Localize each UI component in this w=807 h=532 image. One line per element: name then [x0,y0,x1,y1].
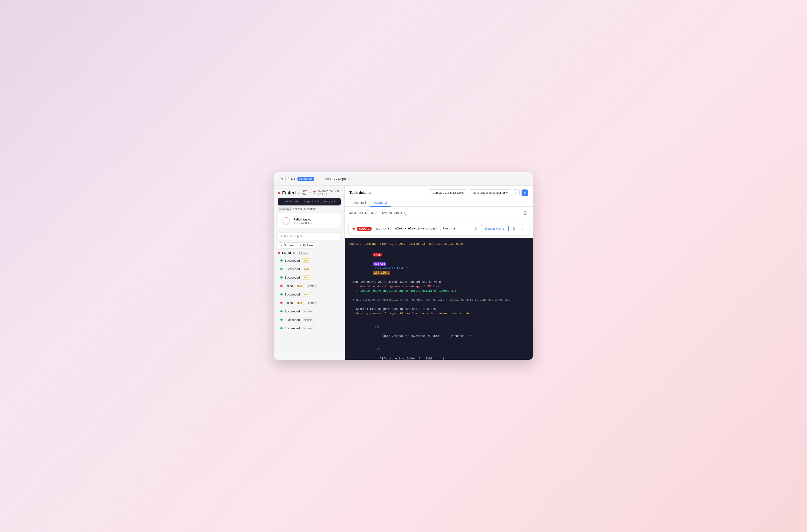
status-dot-failed [278,192,280,194]
tab-attempt-1[interactable]: Attempt 1 [350,199,370,207]
status-dot-succeeded [280,310,283,312]
breadcrumb-repo: Nx-OSS-Repo [325,177,346,181]
status-dot-failed [280,285,283,287]
modal-header-top: Task details Compare to similar tasks Ma… [350,189,528,196]
run-command-box: nx affected --targets=lint,test,build,e2… [278,198,341,206]
miss-tag: miss [302,275,311,280]
list-item[interactable]: Succeeded miss [278,290,341,298]
status-dot-succeeded [280,293,283,296]
list-item[interactable]: Succeeded miss [278,274,341,281]
output-line: FAIL e2e-web src/web-vite.test.ts 274.16… [350,248,528,280]
top-bar: ✎ / Nx Enterprise ⌄ / Nx-OSS-Repo ⌄ [274,172,533,186]
access-token-badge: read-write [278,207,292,211]
status-dot-succeeded [280,319,283,321]
fail-badge: FAIL [373,253,382,256]
miss-tag: miss [302,267,311,271]
modal-tabs: Attempt 1 Attempt 2 [350,199,528,206]
list-item[interactable]: Succeeded remote [278,307,341,315]
miss-tag: miss [295,301,304,305]
output-line [350,293,528,298]
run-command-text: nx affected --targets=lint,test,build,e2… [281,200,341,203]
app-container: ✎ / Nx Enterprise ⌄ / Nx-OSS-Repo ⌄ Fail… [274,172,533,360]
task-status-label: Succeeded [284,267,300,271]
list-item[interactable]: Failed miss 1 retry [278,299,341,307]
tab-failures-label: Failures [303,244,313,247]
attempt-meta: Jul 31, 2024 12:38:21 - 12:43:03 (4m 41s… [345,207,533,219]
download-button[interactable]: ⬇ [511,225,517,232]
task-status-label: Failed [284,301,293,305]
modal-actions: Compare to similar tasks Mark task as no… [429,189,528,196]
compare-similar-button[interactable]: Compare to similar tasks [429,189,467,196]
task-status-label: Succeeded [284,310,300,313]
output-line: ● Web Components Applications with bundl… [350,298,528,302]
run-duration: 38m 48s [302,189,308,196]
copy-cmd-button[interactable]: ⧉ [474,226,478,232]
donut-chart [281,216,290,226]
run-meta-icon-calendar: 📅 [313,191,317,194]
output-line [350,316,528,320]
remote-tag: remote [302,309,314,314]
app-logo-icon: ✎ [279,176,285,182]
code-badge: CODE: 1 [357,227,372,231]
output-line: ✕ should be able to generate a web app (… [350,284,528,289]
expand-button[interactable]: ⤡ [519,225,525,232]
dot-failed-cmd [353,228,355,230]
failed-tasks-count: 2 of 213 failed. [294,221,337,225]
tab-failures[interactable]: ✕ Failures [297,242,316,248]
task-group-stack-icon: ⊗ [293,251,296,255]
output-line: ✓ should remove previous output before b… [350,289,528,293]
explain-with-ai-button[interactable]: Explain with AI [481,225,509,232]
close-button[interactable]: ✕ [522,189,528,196]
task-status-label: Succeeded [284,276,300,279]
modal-title: Task details [350,191,371,195]
main-content: Failed ⏱ 38m 48s • 📅 07/31/2024 12:08 - … [274,186,533,360]
remote-tag: remote [302,326,314,330]
run-header: Failed ⏱ 38m 48s • 📅 07/31/2024 12:08 - … [278,189,341,211]
check-icon: ✓ [281,244,283,247]
status-dot-failed [280,302,283,304]
list-item[interactable]: Succeeded remote [278,324,341,332]
run-meta: ⏱ 38m 48s [298,189,308,196]
output-line: Web Components Applications with bundler… [350,280,528,284]
task-details-modal: Task details Compare to similar tasks Ma… [345,186,533,360]
command-bar: CODE: 1 miss nx run e2e-nx:e2e-ci--src/i… [349,222,529,235]
output-line [350,302,528,307]
output-line: 365 | opts.verbose ?? isVerboseE2ERun() … [350,320,528,343]
miss-badge: miss [374,227,380,230]
enterprise-badge: Enterprise [298,177,314,181]
list-item[interactable]: Succeeded miss [278,257,341,264]
output-line: warning: command `playwright test` exite… [350,242,528,246]
list-item[interactable]: Succeeded remote [278,316,341,323]
list-item[interactable]: Succeeded miss [278,265,341,273]
left-panel: Failed ⏱ 38m 48s • 📅 07/31/2024 12:08 - … [274,186,345,360]
filter-tabs: ✓ Success ✕ Failures [278,242,341,248]
status-dot-succeeded [280,327,283,329]
list-item[interactable]: Failed miss 1 retry [278,282,341,290]
modal-header: Task details Compare to similar tasks Ma… [345,186,533,207]
failed-tasks-title: Failed tasks [294,218,337,221]
code-output: warning: command `playwright test` exite… [345,238,533,360]
miss-tag: miss [295,284,304,288]
task-group-count: 6 tasks [298,251,309,255]
status-dot-succeeded [280,259,283,262]
copy-icon[interactable]: 📋 [522,209,528,216]
status-dot-succeeded [280,276,283,279]
status-dot-succeeded [280,268,283,270]
tab-attempt-2[interactable]: Attempt 2 [370,199,391,207]
svg-point-0 [282,217,289,225]
filter-project-input[interactable] [278,232,341,240]
task-status-label: Succeeded [284,259,300,262]
task-group-dot [278,252,280,254]
access-token-label: read-write access token used [278,207,341,211]
time-badge: 274.165 s [373,271,390,275]
mark-no-longer-flaky-button[interactable]: Mark task as no longer flaky [469,189,511,196]
open-external-icon[interactable]: ↗ [513,189,520,196]
tab-success[interactable]: ✓ Success [278,242,297,248]
cmd-text: nx run e2e-nx:e2e-ci--src/import.test.ts [382,227,471,230]
task-status-label: Failed [284,284,293,288]
run-status-row: Failed ⏱ 38m 48s • 📅 07/31/2024 12:08 - … [278,189,341,196]
chevron-down-icon-2: ⌄ [349,177,351,180]
right-panel: Task details Compare to similar tasks Ma… [345,186,533,360]
chevron-down-icon: ⌄ [317,177,319,180]
x-icon: ✕ [300,244,302,247]
